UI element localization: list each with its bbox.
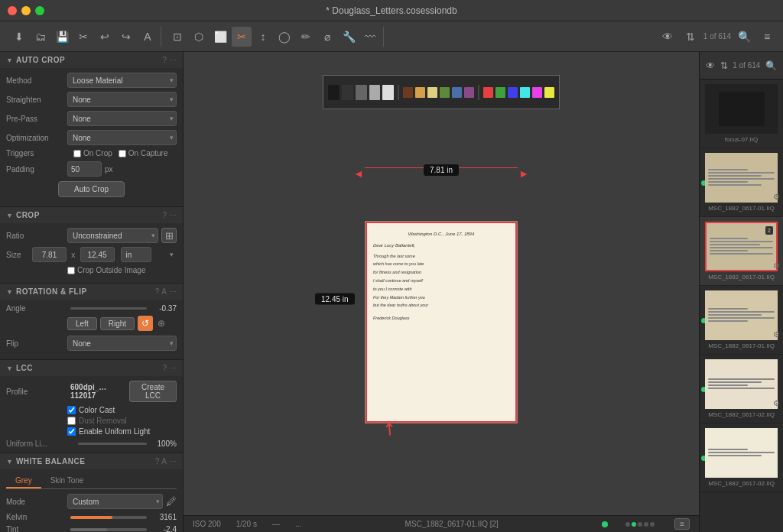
thumb-gear-2[interactable]: ⚙: [773, 193, 780, 201]
enable-uniform-checkbox[interactable]: [67, 427, 76, 436]
auto-crop-arrow: ▼: [6, 57, 13, 64]
thumb-gear-5[interactable]: ⚙: [773, 399, 780, 407]
color-cast-checkbox[interactable]: [67, 406, 76, 414]
size-width-input[interactable]: [32, 247, 67, 262]
menu-button[interactable]: ≡: [757, 27, 777, 47]
ratio-row: Ratio Unconstrained ⊞: [6, 228, 177, 243]
wave-tool[interactable]: 〰: [360, 27, 380, 47]
uniform-row: Uniform Li... 100%: [6, 440, 177, 448]
zoom-button[interactable]: 🔍: [734, 27, 754, 47]
padding-label: Padding: [6, 165, 67, 174]
open-button[interactable]: 🗂: [31, 27, 50, 47]
minimize-button[interactable]: [21, 6, 31, 15]
ratio-lock-button[interactable]: ⊞: [161, 228, 177, 243]
uniform-slider[interactable]: [78, 443, 147, 445]
toolbar-file-group: ⬇ 🗂 💾 ✂ ↩ ↪ A: [6, 27, 161, 47]
swatch-yellow2: [544, 87, 554, 98]
rotate-right-button[interactable]: Right: [100, 317, 135, 330]
kelvin-slider[interactable]: [70, 516, 147, 519]
sort-button[interactable]: ⇅: [681, 27, 700, 47]
save-button[interactable]: 💾: [52, 27, 72, 47]
wb-eyedropper-icon[interactable]: 🖉: [166, 495, 177, 508]
canvas-area[interactable]: 7.81 in ◄ ► 12.45 in Washington D.C., Ju…: [184, 52, 699, 515]
thumbnail-item-3[interactable]: 2 ⚙ MSC_1882_0617-01.IIQ: [700, 217, 783, 286]
padding-input[interactable]: [67, 161, 102, 177]
rotate-reset-button[interactable]: ↺: [138, 316, 153, 331]
thumbnail-filename-6: MSC_1882_0617-02.IIQ: [703, 480, 779, 487]
tint-slider[interactable]: [70, 528, 147, 531]
swatch-green: [440, 87, 450, 98]
redo-button[interactable]: ↪: [116, 27, 136, 47]
thumbnail-filename-1: focus-07.IIQ: [703, 136, 779, 143]
pen-tool[interactable]: ✏: [296, 27, 316, 47]
import-button[interactable]: ⬇: [9, 27, 29, 47]
flip-select[interactable]: None: [67, 336, 177, 351]
wb-content: Grey Skin Tone Mode Custom 🖉 Kelvin: [0, 469, 183, 532]
cut-button[interactable]: ✂: [73, 27, 93, 47]
status-expand-button[interactable]: ≡: [674, 518, 690, 530]
rotate-left-button[interactable]: Left: [67, 317, 97, 330]
straighten-select[interactable]: None: [67, 92, 177, 107]
fullscreen-button[interactable]: [35, 6, 44, 15]
angle-buttons: Left Right ↺ ⊕: [67, 316, 177, 331]
wb-tab-skin[interactable]: Skin Tone: [41, 474, 93, 488]
thumbnail-item-4[interactable]: ⚙ MSC_1882_0617-01.IIQ: [700, 286, 783, 355]
method-select[interactable]: Loose Material: [67, 73, 177, 88]
thumb-gear-4[interactable]: ⚙: [773, 330, 780, 339]
letter-preview-lines-5: [705, 375, 778, 394]
close-button[interactable]: [8, 6, 17, 15]
on-capture-label[interactable]: On Capture: [119, 149, 168, 157]
crop-tool[interactable]: ✂: [232, 27, 252, 47]
enable-uniform-text: Enable Uniform Light: [79, 427, 150, 436]
window-title: * Douglass_Letters.cosessiondb: [326, 5, 456, 16]
left-panel: ▼ AUTO CROP ? ⋯ Method Loose Material: [0, 52, 184, 532]
angle-slider[interactable]: [70, 307, 147, 310]
ellipse-tool[interactable]: ◯: [275, 27, 294, 47]
text-button[interactable]: A: [138, 27, 158, 47]
auto-crop-button[interactable]: Auto Crop: [58, 181, 125, 197]
on-crop-text: On Crop: [83, 149, 112, 157]
profile-row: Profile 600dpi_…112017 Create LCC: [6, 381, 177, 402]
lcc-header[interactable]: ▼ LCC ? ⋯: [0, 360, 183, 376]
thumbnail-item-6[interactable]: MSC_1882_0617-02.IIQ: [700, 423, 783, 492]
status-sep1: —: [272, 520, 280, 528]
settings-tool[interactable]: 🔧: [339, 27, 359, 47]
dust-removal-checkbox[interactable]: [67, 417, 76, 425]
select-tool[interactable]: ⊡: [167, 27, 187, 47]
lcc-title: LCC: [16, 364, 163, 372]
prepass-select[interactable]: None: [67, 111, 177, 126]
thumb-gear-3[interactable]: ⚙: [773, 261, 780, 270]
crop-arrow: ▼: [6, 212, 13, 219]
crop-outside-label[interactable]: Crop Outside Image: [67, 266, 146, 274]
rotation-header[interactable]: ▼ ROTATION & FLIP ? A ⋯: [0, 284, 183, 300]
on-crop-label[interactable]: On Crop: [73, 149, 112, 157]
rect-tool[interactable]: ⬜: [210, 27, 230, 47]
on-crop-checkbox[interactable]: [73, 150, 81, 157]
prepass-row: Pre-Pass None: [6, 111, 177, 126]
crop-outside-checkbox[interactable]: [67, 267, 75, 274]
auto-crop-icons: ? ⋯: [162, 56, 177, 64]
line-tool[interactable]: ⌀: [317, 27, 337, 47]
undo-button[interactable]: ↩: [95, 27, 115, 47]
optimization-select[interactable]: None: [67, 130, 177, 145]
wb-mode-select[interactable]: Custom: [67, 494, 163, 509]
center-area: 7.81 in ◄ ► 12.45 in Washington D.C., Ju…: [184, 52, 699, 532]
thumbnail-item-1[interactable]: focus-07.IIQ: [700, 79, 783, 148]
create-lcc-button[interactable]: Create LCC: [129, 381, 177, 402]
thumbnail-filename-4: MSC_1882_0617-01.IIQ: [703, 342, 779, 349]
ratio-select[interactable]: Unconstrained: [67, 228, 158, 243]
kelvin-value: 3161: [150, 513, 177, 521]
on-capture-checkbox[interactable]: [119, 150, 126, 157]
size-unit-select[interactable]: in: [121, 247, 151, 262]
wb-tab-grey[interactable]: Grey: [6, 474, 41, 488]
auto-crop-header[interactable]: ▼ AUTO CROP ? ⋯: [0, 52, 183, 68]
thumbnail-item-2[interactable]: ⚙ MSC_1882_0617-01.IIQ: [700, 148, 783, 217]
size-height-input[interactable]: [80, 247, 115, 262]
thumbnail-image-6: [705, 428, 778, 478]
wb-header[interactable]: ▼ WHITE BALANCE ? A ⋯: [0, 453, 183, 469]
crop-header[interactable]: ▼ CROP ? ⋯: [0, 207, 183, 223]
view-button[interactable]: 👁: [658, 27, 677, 47]
transform-tool[interactable]: ↕: [253, 27, 273, 47]
thumbnail-item-5[interactable]: ⚙ MSC_1882_0617-02.IIQ: [700, 355, 783, 423]
pan-tool[interactable]: ⬡: [189, 27, 209, 47]
